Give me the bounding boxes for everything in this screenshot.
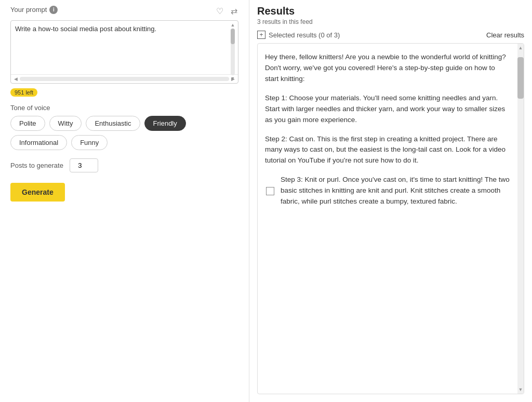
result-scroll-up-arrow[interactable]: ▲ bbox=[517, 44, 524, 52]
result-scroll-thumb-area bbox=[517, 52, 524, 385]
tone-polite[interactable]: Polite bbox=[10, 116, 45, 131]
results-subtitle: 3 results in this feed bbox=[257, 18, 524, 25]
h-scroll-left-arrow[interactable]: ◀ bbox=[14, 76, 18, 82]
selected-count-label: Selected results (0 of 3) bbox=[269, 31, 340, 39]
tone-section: Tone of voice Polite Witty Enthusiastic … bbox=[10, 104, 238, 150]
prompt-textarea-wrapper: Write a how-to social media post about k… bbox=[10, 20, 238, 84]
prompt-textarea[interactable]: Write a how-to social media post about k… bbox=[11, 21, 238, 73]
prompt-label: Your prompt bbox=[10, 6, 47, 14]
generate-button[interactable]: Generate bbox=[10, 183, 65, 202]
tone-enthusiastic[interactable]: Enthusiastic bbox=[86, 116, 140, 131]
posts-section: Posts to generate bbox=[10, 158, 238, 172]
tone-funny[interactable]: Funny bbox=[71, 135, 108, 150]
chars-left-badge: 951 left bbox=[10, 88, 37, 97]
prompt-header: Your prompt i ♡ ⇄ bbox=[10, 5, 238, 17]
step3-wrapper: Step 3: Knit or purl. Once you've cast o… bbox=[265, 175, 510, 207]
result-scroll-thumb bbox=[517, 57, 524, 99]
expand-selected-icon[interactable]: + bbox=[257, 31, 265, 39]
tone-informational[interactable]: Informational bbox=[10, 135, 67, 150]
result-intro-paragraph: Hey there, fellow knitters! Are you a ne… bbox=[265, 52, 510, 85]
clear-results-button[interactable]: Clear results bbox=[486, 31, 524, 39]
result-scroll-track: ▲ ▼ bbox=[517, 44, 524, 394]
tone-witty[interactable]: Witty bbox=[49, 116, 82, 131]
tone-friendly[interactable]: Friendly bbox=[144, 116, 186, 131]
step1-text: Step 1: Choose your materials. You'll ne… bbox=[265, 93, 510, 126]
shuffle-button[interactable]: ⇄ bbox=[230, 5, 238, 17]
result-checkbox[interactable] bbox=[266, 187, 274, 195]
results-content: Hey there, fellow knitters! Are you a ne… bbox=[258, 44, 517, 394]
step3-text: Step 3: Knit or purl. Once you've cast o… bbox=[281, 175, 510, 207]
scroll-up-arrow[interactable]: ▲ bbox=[231, 23, 235, 28]
scroll-down-arrow[interactable]: ▼ bbox=[231, 76, 235, 81]
result-intro-text: Hey there, fellow knitters! Are you a ne… bbox=[265, 53, 506, 83]
scroll-track bbox=[231, 29, 235, 75]
results-scroll-wrapper: Hey there, fellow knitters! Are you a ne… bbox=[257, 43, 524, 394]
results-title: Results bbox=[257, 5, 524, 17]
posts-input[interactable] bbox=[70, 158, 98, 172]
selected-label: + Selected results (0 of 3) bbox=[257, 31, 340, 39]
tone-buttons-group: Polite Witty Enthusiastic Friendly Infor… bbox=[10, 116, 238, 150]
result-scroll-down-arrow[interactable]: ▼ bbox=[517, 385, 524, 394]
right-panel: Results 3 results in this feed + Selecte… bbox=[249, 0, 532, 402]
h-scroll-track bbox=[20, 77, 229, 81]
vertical-scrollbar[interactable]: ▲ ▼ bbox=[230, 23, 236, 81]
step2-text: Step 2: Cast on. This is the first step … bbox=[265, 134, 510, 167]
scroll-thumb bbox=[231, 29, 235, 44]
info-icon: i bbox=[49, 6, 58, 14]
left-panel: Your prompt i ♡ ⇄ Write a how-to social … bbox=[0, 0, 249, 402]
horizontal-scrollbar[interactable]: ◀ ▶ bbox=[11, 74, 238, 83]
prompt-label-section: Your prompt i bbox=[10, 6, 58, 14]
results-controls: + Selected results (0 of 3) Clear result… bbox=[257, 31, 524, 39]
tone-label: Tone of voice bbox=[10, 104, 238, 112]
favorite-button[interactable]: ♡ bbox=[215, 5, 224, 17]
prompt-header-actions: ♡ ⇄ bbox=[215, 5, 238, 17]
posts-label: Posts to generate bbox=[10, 162, 63, 169]
